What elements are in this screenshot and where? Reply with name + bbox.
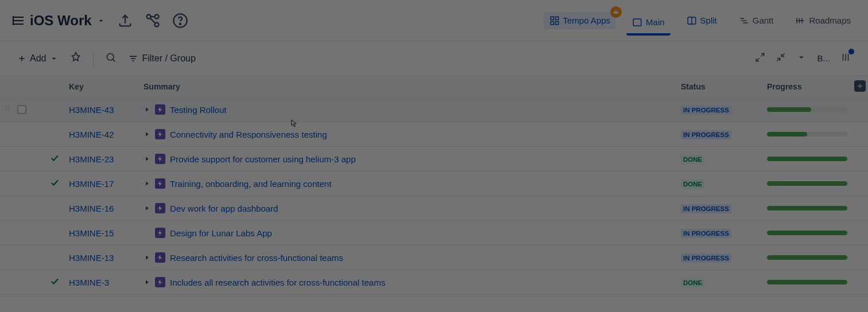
table-row[interactable]: H3MINE-15 Design for Lunar Labs AppIN PR… xyxy=(0,221,868,245)
table-row[interactable]: H3MINE-3 Includes all research activitie… xyxy=(0,270,868,295)
board-title-text: iOS Work xyxy=(30,13,92,29)
issue-table-body: H3MINE-43 Testing RolloutIN PROGRESSH3MI… xyxy=(0,98,868,295)
status-cell[interactable]: IN PROGRESS xyxy=(681,104,767,115)
truncated-button[interactable]: B... xyxy=(817,53,830,63)
expand-row-button[interactable] xyxy=(144,106,155,113)
issue-key[interactable]: H3MINE-23 xyxy=(69,154,144,164)
tab-split[interactable]: Split xyxy=(681,12,723,29)
issue-key[interactable]: H3MINE-42 xyxy=(69,130,144,139)
tab-split-label: Split xyxy=(700,15,717,25)
status-badge: IN PROGRESS xyxy=(681,229,731,238)
expand-row-button[interactable] xyxy=(144,279,155,286)
status-cell[interactable]: IN PROGRESS xyxy=(681,228,767,238)
progress-cell xyxy=(767,255,868,260)
svg-rect-16 xyxy=(633,19,641,26)
issue-summary-text[interactable]: Dev work for app dashboard xyxy=(170,204,278,213)
expand-row-button[interactable] xyxy=(144,205,155,212)
more-chevron-icon[interactable] xyxy=(796,52,807,65)
expand-row-button[interactable] xyxy=(144,254,155,261)
issue-key[interactable]: H3MINE-15 xyxy=(69,228,144,238)
issue-summary-text[interactable]: Research activities for cross-functional… xyxy=(170,253,343,263)
row-checkbox[interactable] xyxy=(17,105,26,114)
issue-summary-text[interactable]: Training, onboarding, and learning conte… xyxy=(170,179,331,189)
svg-rect-14 xyxy=(551,21,553,24)
progress-cell xyxy=(767,181,868,186)
issue-key[interactable]: H3MINE-17 xyxy=(69,179,144,189)
status-cell[interactable]: DONE xyxy=(681,277,767,287)
svg-point-43 xyxy=(8,106,9,107)
epic-icon xyxy=(155,228,165,238)
table-row[interactable]: H3MINE-23 Provide support for customer u… xyxy=(0,147,868,171)
table-row[interactable]: H3MINE-16 Dev work for app dashboardIN P… xyxy=(0,196,868,221)
help-icon[interactable] xyxy=(172,13,188,29)
svg-line-33 xyxy=(761,53,764,56)
svg-rect-12 xyxy=(551,17,553,20)
done-check-icon xyxy=(49,177,60,190)
svg-point-7 xyxy=(154,14,158,18)
collapse-icon[interactable] xyxy=(776,52,786,65)
epic-icon xyxy=(155,104,165,115)
add-column-button[interactable] xyxy=(854,80,866,92)
share-icon[interactable] xyxy=(117,13,133,29)
tab-gantt[interactable]: Gantt xyxy=(733,12,780,29)
svg-line-36 xyxy=(777,58,780,61)
issue-summary-text[interactable]: Design for Lunar Labs App xyxy=(170,228,272,238)
table-row[interactable]: H3MINE-43 Testing RolloutIN PROGRESS xyxy=(0,98,868,122)
svg-line-34 xyxy=(757,58,760,61)
issue-key[interactable]: H3MINE-3 xyxy=(69,278,144,287)
svg-point-42 xyxy=(6,106,7,107)
board-title[interactable]: iOS Work xyxy=(11,13,106,29)
issue-summary-text[interactable]: Connectivity and Responsiveness testing xyxy=(170,130,327,139)
row-gutter xyxy=(0,153,69,165)
search-button[interactable] xyxy=(105,52,117,65)
progress-cell xyxy=(767,206,868,210)
crown-badge-icon xyxy=(610,6,622,18)
table-row[interactable]: H3MINE-42 Connectivity and Responsivenes… xyxy=(0,122,868,147)
tab-gantt-label: Gantt xyxy=(753,15,774,25)
tab-roadmaps[interactable]: Roadmaps xyxy=(789,12,857,29)
column-header-status[interactable]: Status xyxy=(681,82,767,91)
column-header-progress[interactable]: Progress xyxy=(767,82,868,91)
link-icon[interactable] xyxy=(145,13,161,29)
add-button[interactable]: Add xyxy=(17,53,59,64)
tab-tempo-label: Tempo Apps xyxy=(563,15,611,25)
svg-rect-15 xyxy=(555,21,558,24)
toolbar-divider xyxy=(93,51,94,66)
table-header: Key Summary Status Progress xyxy=(0,76,868,98)
expand-row-button[interactable] xyxy=(144,155,155,162)
filter-group-button[interactable]: Filter / Group xyxy=(128,53,195,64)
status-cell[interactable]: IN PROGRESS xyxy=(681,252,767,263)
epic-icon xyxy=(155,178,165,189)
status-badge: DONE xyxy=(681,180,704,189)
progress-bar xyxy=(767,206,847,210)
issue-key[interactable]: H3MINE-43 xyxy=(69,105,144,115)
issue-summary-text[interactable]: Provide support for customer using heliu… xyxy=(170,154,356,164)
pin-icon[interactable] xyxy=(70,52,82,65)
expand-row-button[interactable] xyxy=(144,131,155,138)
column-header-key[interactable]: Key xyxy=(69,82,144,91)
column-header-summary[interactable]: Summary xyxy=(144,82,681,91)
table-row[interactable]: H3MINE-13 Research activities for cross-… xyxy=(0,245,868,270)
tab-main[interactable]: Main xyxy=(626,14,671,36)
issue-key[interactable]: H3MINE-16 xyxy=(69,204,144,213)
issue-summary-text[interactable]: Includes all research activities for cro… xyxy=(170,278,385,287)
status-cell[interactable]: DONE xyxy=(681,178,767,189)
issue-summary-text[interactable]: Testing Rollout xyxy=(170,105,226,115)
structure-icon xyxy=(11,14,25,28)
status-cell[interactable]: IN PROGRESS xyxy=(681,203,767,213)
expand-row-button[interactable] xyxy=(144,180,155,187)
expand-icon[interactable] xyxy=(755,52,765,65)
progress-cell xyxy=(767,280,868,284)
status-cell[interactable]: DONE xyxy=(681,154,767,164)
svg-point-46 xyxy=(6,110,7,111)
epic-icon xyxy=(155,252,165,263)
tab-tempo-apps[interactable]: Tempo Apps xyxy=(544,12,617,29)
done-check-icon xyxy=(49,276,60,288)
columns-settings-icon[interactable] xyxy=(840,52,851,65)
status-cell[interactable]: IN PROGRESS xyxy=(681,129,767,139)
progress-cell xyxy=(767,132,868,136)
table-row[interactable]: H3MINE-17 Training, onboarding, and lear… xyxy=(0,171,868,196)
drag-handle-icon[interactable] xyxy=(3,104,11,115)
issue-key[interactable]: H3MINE-13 xyxy=(69,253,144,263)
svg-rect-13 xyxy=(555,17,558,20)
